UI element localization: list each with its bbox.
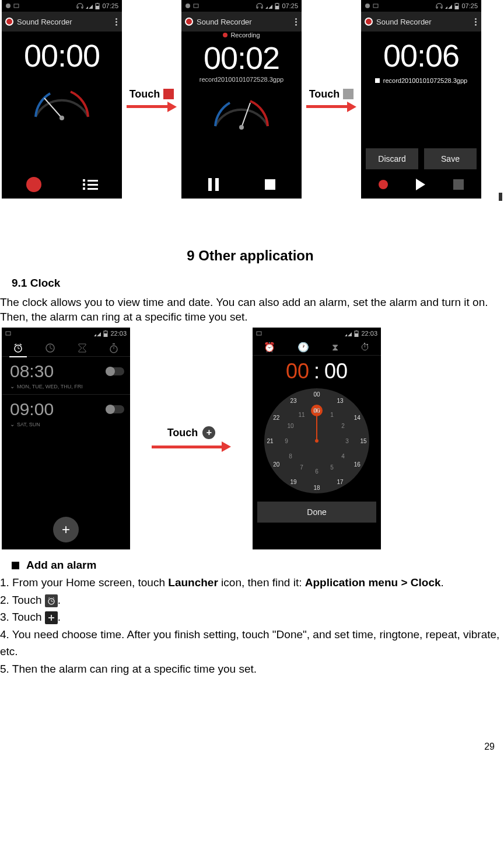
- record-icon: [163, 89, 174, 99]
- tab-timer[interactable]: [78, 343, 87, 353]
- dial-hour[interactable]: 5: [330, 464, 334, 471]
- dial-hour[interactable]: 11: [298, 412, 304, 418]
- dial-hour[interactable]: 10: [287, 423, 293, 429]
- timer-display: 00:00: [2, 37, 122, 74]
- svg-rect-34: [257, 332, 261, 335]
- signal-icon: [86, 3, 93, 9]
- alarm-list: 08:30 ⌄MON, TUE, WED, THU, FRI 09:00 ⌄SA…: [2, 357, 130, 549]
- overflow-menu-icon[interactable]: [295, 18, 298, 26]
- dial-hour[interactable]: 21: [267, 438, 273, 444]
- dial-hour[interactable]: 23: [290, 398, 296, 404]
- recording-status: Recording: [181, 32, 302, 39]
- picker-minutes[interactable]: 00: [324, 359, 348, 384]
- svg-point-6: [60, 116, 64, 120]
- dial-hour[interactable]: 15: [360, 438, 366, 444]
- svg-rect-37: [356, 330, 357, 331]
- dial-hour[interactable]: 2: [341, 423, 345, 429]
- dial-hour[interactable]: 7: [300, 464, 303, 471]
- svg-line-12: [242, 103, 250, 127]
- dial-hour[interactable]: 14: [354, 415, 360, 421]
- vu-meter: [27, 82, 97, 123]
- overflow-menu-icon[interactable]: [116, 18, 118, 26]
- clock-screenshot-2: 22:03 ⏰🕐⧗⏱ 00:00 00 00131415161718192021…: [253, 328, 381, 549]
- dial-hour[interactable]: 1: [330, 412, 334, 418]
- svg-rect-21: [104, 333, 107, 337]
- alarm-toggle[interactable]: [106, 367, 124, 375]
- clock-screenshot-1: 22:03 08:30 ⌄MON, TUE, WED, THU, FRI 09:…: [2, 328, 130, 549]
- pause-button[interactable]: [208, 178, 219, 191]
- svg-rect-15: [373, 4, 378, 8]
- arrow-icon: [152, 443, 231, 451]
- discard-button[interactable]: Discard: [366, 148, 418, 169]
- timer-display: 00:06: [361, 37, 481, 74]
- time-picker-display: 00:00: [253, 359, 381, 384]
- add-alarm-button[interactable]: +: [53, 517, 79, 542]
- dial-hour[interactable]: 4: [341, 453, 345, 460]
- dial-hour[interactable]: 16: [354, 461, 360, 468]
- step-5: 5. Then the alarm can ring at a specific…: [0, 660, 501, 677]
- dial-hour[interactable]: 00: [313, 391, 320, 398]
- save-button[interactable]: Save: [424, 148, 477, 169]
- status-bar: 07:25: [181, 0, 302, 12]
- svg-rect-3: [96, 6, 99, 9]
- tab-alarm[interactable]: [13, 343, 23, 353]
- overflow-menu-icon[interactable]: [475, 18, 478, 26]
- tab-clock[interactable]: [45, 343, 55, 353]
- stop-icon: [343, 89, 354, 99]
- chevron-down-icon: ⌄: [10, 383, 15, 389]
- dial-hour[interactable]: 8: [289, 453, 292, 460]
- svg-line-30: [50, 348, 52, 349]
- clock-sequence: 22:03 08:30 ⌄MON, TUE, WED, THU, FRI 09:…: [0, 328, 501, 549]
- dial-hour[interactable]: 9: [285, 438, 288, 444]
- picker-hours[interactable]: 00: [286, 359, 309, 384]
- dial-hour[interactable]: 22: [273, 415, 279, 421]
- dial-hour[interactable]: 6: [315, 468, 318, 475]
- record-button[interactable]: [379, 180, 388, 189]
- dial-hour[interactable]: 12: [313, 408, 320, 414]
- dial-hour[interactable]: 3: [345, 438, 349, 444]
- recordings-list-button[interactable]: [83, 179, 98, 190]
- svg-rect-4: [97, 3, 98, 4]
- save-discard-row: Discard Save: [361, 148, 481, 169]
- arrow-icon: [127, 103, 177, 111]
- recorder-toolbar: [361, 173, 481, 196]
- alarm-item[interactable]: 09:00 ⌄SAT, SUN: [2, 395, 130, 432]
- clock-tabs: [2, 339, 130, 357]
- recorder-screenshot-3: 07:25 Sound Recorder 00:06 record2010010…: [361, 0, 481, 199]
- instruction-2: Touch: [302, 0, 361, 199]
- dial-hour[interactable]: 18: [313, 485, 320, 491]
- dial-hour[interactable]: 20: [273, 461, 279, 468]
- svg-line-42: [53, 597, 54, 598]
- vu-meter: [206, 91, 276, 132]
- dial-hour[interactable]: 19: [290, 478, 296, 485]
- recorder-screenshot-2: 07:25 Sound Recorder Recording 00:02 rec…: [181, 0, 302, 199]
- plus-icon: +: [202, 426, 215, 439]
- play-button[interactable]: [416, 179, 425, 190]
- app-bar: Sound Recorder: [181, 12, 302, 32]
- recording-file-row: record20100101072528.3gpp: [361, 77, 481, 84]
- headset-icon: [76, 3, 83, 9]
- tab-stopwatch[interactable]: [108, 343, 119, 353]
- svg-rect-19: [6, 332, 10, 335]
- dial-hour[interactable]: 13: [337, 398, 343, 404]
- bullet-icon: [12, 562, 19, 569]
- status-bar: 07:25: [361, 0, 481, 12]
- done-button[interactable]: Done: [257, 502, 376, 523]
- alarm-item[interactable]: 08:30 ⌄MON, TUE, WED, THU, FRI: [2, 357, 130, 395]
- svg-point-14: [365, 4, 370, 8]
- svg-rect-8: [194, 4, 198, 8]
- alarm-days: MON, TUE, WED, THU, FRI: [17, 384, 83, 389]
- record-button[interactable]: [26, 177, 41, 192]
- alarm-toggle[interactable]: [106, 405, 124, 413]
- step-2: 2. Touch .: [0, 591, 501, 608]
- app-bar: Sound Recorder: [2, 12, 122, 32]
- page-number: 29: [0, 742, 501, 752]
- time-picker-dial[interactable]: 00 0013141516171819202122231212345678910…: [264, 388, 369, 493]
- stop-button[interactable]: [453, 179, 464, 190]
- app-bar: Sound Recorder: [361, 12, 481, 32]
- svg-line-26: [15, 344, 16, 345]
- alarm-tab-icon: [45, 594, 58, 607]
- dial-hour[interactable]: 17: [337, 478, 343, 485]
- stop-button[interactable]: [265, 179, 275, 190]
- intro-paragraph: The clock allows you to view time and da…: [0, 295, 501, 324]
